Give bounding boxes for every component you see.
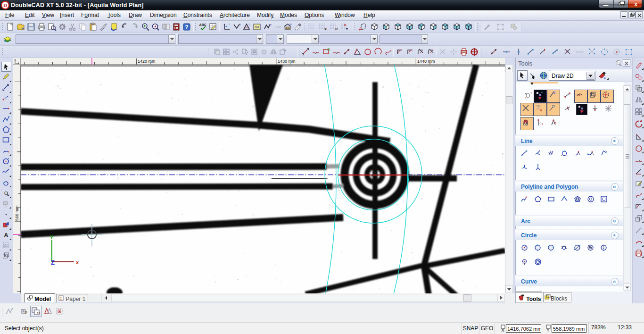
- svg-text:s=: s=: [289, 23, 292, 25]
- svg-text:¥: ¥: [610, 104, 611, 107]
- svg-text:Z: Z: [51, 259, 55, 266]
- svg-text:560 mm: 560 mm: [15, 205, 19, 221]
- svg-text:/2: /2: [335, 27, 338, 31]
- svg-text:¥: ¥: [594, 104, 596, 107]
- svg-text:X: X: [502, 328, 504, 332]
- svg-text:1420 mm: 1420 mm: [138, 59, 156, 64]
- svg-text:1440 mm: 1440 mm: [417, 59, 435, 64]
- svg-text:D: D: [3, 2, 7, 8]
- svg-text:13: 13: [37, 312, 40, 315]
- svg-text:x2: x2: [324, 27, 327, 31]
- svg-text:?: ?: [228, 23, 230, 26]
- svg-text:200: 200: [274, 25, 281, 29]
- svg-text:S=: S=: [255, 25, 259, 29]
- svg-text:PRO: PRO: [576, 50, 584, 54]
- svg-text:x: x: [76, 259, 79, 265]
- svg-text:Y: Y: [50, 234, 54, 240]
- svg-text:A: A: [4, 232, 8, 239]
- svg-text:?: ?: [185, 24, 188, 31]
- svg-text:x: x: [525, 96, 526, 99]
- svg-text:Q: Q: [4, 190, 8, 196]
- svg-text:?: ?: [239, 23, 241, 26]
- svg-text:x: x: [634, 1, 637, 8]
- svg-text:1: 1: [60, 296, 62, 301]
- svg-text:ABC: ABC: [199, 23, 206, 26]
- svg-text:Y: Y: [530, 92, 532, 94]
- svg-text:360: 360: [3, 244, 8, 247]
- svg-text:1430 mm: 1430 mm: [278, 59, 296, 64]
- svg-text:?: ?: [248, 23, 250, 26]
- svg-text:?: ?: [270, 24, 272, 27]
- svg-text:Y: Y: [547, 328, 550, 332]
